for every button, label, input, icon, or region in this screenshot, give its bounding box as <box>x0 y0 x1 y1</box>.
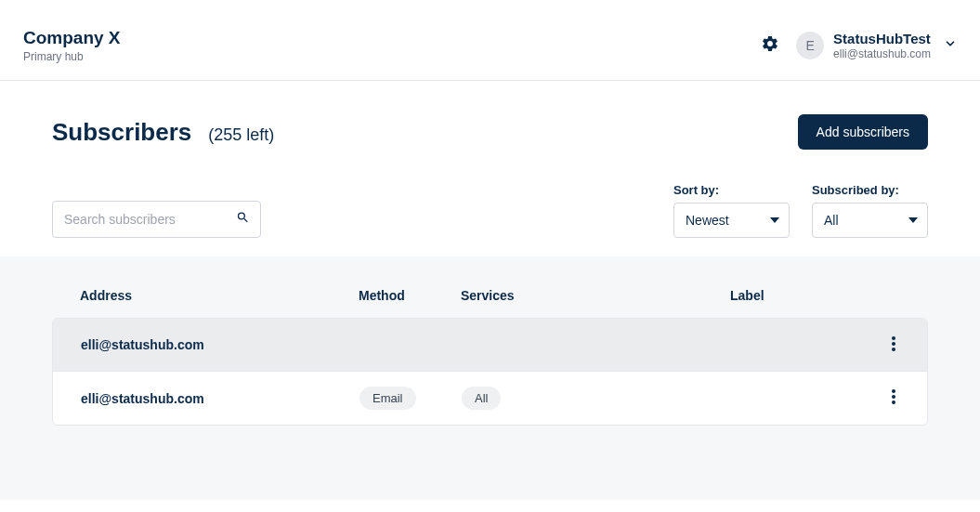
cell-address: elli@statushub.com <box>81 337 359 352</box>
table-row[interactable]: elli@statushub.com <box>53 319 927 372</box>
page-title-bar: Subscribers (255 left) Add subscribers <box>0 81 980 150</box>
table-row[interactable]: elli@statushub.com Email All <box>53 372 927 425</box>
method-pill: Email <box>359 387 416 410</box>
sort-label: Sort by: <box>673 183 790 197</box>
user-email: elli@statushub.com <box>833 47 931 60</box>
cell-address: elli@statushub.com <box>81 391 359 406</box>
header-right: E StatusHubTest elli@statushub.com <box>761 31 957 60</box>
cell-services: All <box>462 387 731 410</box>
sort-select[interactable]: Newest <box>673 203 790 238</box>
gear-icon[interactable] <box>761 34 779 57</box>
caret-down-icon <box>908 213 918 228</box>
search-input[interactable] <box>52 201 261 238</box>
subscribed-select[interactable]: All <box>812 203 928 238</box>
header-left: Company X Primary hub <box>23 28 121 63</box>
col-header-address: Address <box>80 288 359 303</box>
table-header: Address Method Services Label <box>52 256 928 318</box>
user-name: StatusHubTest <box>833 31 931 47</box>
sort-filter: Sort by: Newest <box>673 183 790 238</box>
add-subscribers-button[interactable]: Add subscribers <box>798 114 928 150</box>
subscribed-label: Subscribed by: <box>812 183 928 197</box>
controls-row: Sort by: Newest Subscribed by: All <box>0 150 980 256</box>
svg-point-0 <box>892 336 895 340</box>
search-wrap <box>52 201 261 238</box>
app-header: Company X Primary hub E StatusHubTest el… <box>0 0 980 81</box>
row-more-button[interactable] <box>888 333 899 358</box>
svg-point-1 <box>892 342 895 346</box>
col-header-label: Label <box>730 288 863 303</box>
subscriber-count: (255 left) <box>208 125 274 145</box>
filters: Sort by: Newest Subscribed by: All <box>673 183 928 238</box>
chevron-down-icon <box>944 37 957 54</box>
page-title: Subscribers <box>52 118 191 147</box>
cell-method: Email <box>359 387 462 410</box>
title-group: Subscribers (255 left) <box>52 118 274 147</box>
search-icon[interactable] <box>236 211 250 229</box>
svg-point-4 <box>892 395 895 399</box>
col-header-services: Services <box>461 288 730 303</box>
avatar: E <box>796 32 824 59</box>
user-menu[interactable]: E StatusHubTest elli@statushub.com <box>796 31 957 60</box>
sort-value: Newest <box>686 213 729 228</box>
svg-point-5 <box>892 400 895 404</box>
row-more-button[interactable] <box>888 386 899 411</box>
hub-label: Primary hub <box>23 50 121 63</box>
svg-point-2 <box>892 348 895 351</box>
table-area: Address Method Services Label elli@statu… <box>0 256 980 500</box>
subscribed-value: All <box>824 213 839 228</box>
user-text: StatusHubTest elli@statushub.com <box>833 31 931 60</box>
company-name: Company X <box>23 28 121 48</box>
col-header-method: Method <box>359 288 461 303</box>
services-pill: All <box>462 387 501 410</box>
caret-down-icon <box>770 213 779 228</box>
subscribed-filter: Subscribed by: All <box>812 183 928 238</box>
svg-point-3 <box>892 389 895 393</box>
table-body: elli@statushub.com elli@statushub.com Em… <box>52 318 928 426</box>
